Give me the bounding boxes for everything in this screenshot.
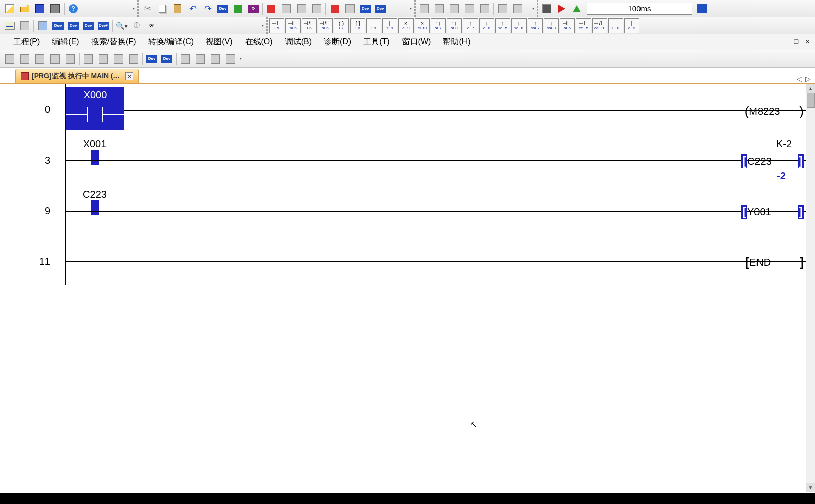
- op2-button[interactable]: [96, 52, 110, 66]
- chart1-button[interactable]: [496, 2, 510, 16]
- fkey-aF9[interactable]: |aF9: [624, 18, 639, 33]
- copy-button[interactable]: [155, 2, 169, 16]
- fkey-F9[interactable]: —F9: [366, 18, 381, 33]
- dev-convert-button[interactable]: Dev: [216, 2, 230, 16]
- fkey-aF8[interactable]: ↓aF8: [479, 18, 494, 33]
- output-coil-m8223[interactable]: ( M8223 ): [745, 104, 804, 119]
- toolbar-overflow-3[interactable]: ▾: [531, 6, 536, 11]
- ladder-canvas[interactable]: 0 3 9 11 X000 ( M8223 ) X001 K-2 [ C223 …: [0, 84, 806, 492]
- monitor-button[interactable]: [328, 2, 342, 16]
- contact-x000-selected[interactable]: X000: [66, 87, 124, 130]
- scroll-up[interactable]: ▲: [806, 84, 815, 93]
- op4-button[interactable]: [127, 52, 141, 66]
- dev-op2-button[interactable]: Dev: [160, 52, 174, 66]
- fkey-F10[interactable]: —F10: [608, 18, 623, 33]
- vertical-scrollbar[interactable]: ▲ ▼: [806, 84, 815, 492]
- dev-mon1-button[interactable]: Dev: [358, 2, 372, 16]
- write-plc-button[interactable]: [264, 2, 278, 16]
- menu-window[interactable]: 窗口(W): [396, 35, 437, 49]
- zoom-button[interactable]: [417, 2, 431, 16]
- delete-row-button[interactable]: [18, 52, 32, 66]
- fkey-saF7[interactable]: ↑saF7: [528, 18, 543, 33]
- mdi-close[interactable]: ✕: [803, 38, 812, 46]
- output-end[interactable]: [ END ]: [745, 255, 804, 269]
- ladder-mode-button[interactable]: [3, 19, 17, 33]
- info-button[interactable]: ⓘ: [130, 19, 144, 33]
- op1-button[interactable]: [81, 52, 95, 66]
- fkey-saF5[interactable]: ↑saF5: [495, 18, 510, 33]
- remote-button[interactable]: [310, 2, 324, 16]
- op3-button[interactable]: [111, 52, 126, 66]
- read-plc-button[interactable]: [279, 2, 294, 16]
- dev-op1-button[interactable]: Dev: [145, 52, 159, 66]
- toggle-button[interactable]: [447, 2, 461, 16]
- tab-prev[interactable]: ◁: [797, 75, 802, 83]
- block-button[interactable]: [63, 52, 77, 66]
- fkey-aF5[interactable]: ⊣⊢aF5: [560, 18, 575, 33]
- dev3-button[interactable]: Dev: [81, 19, 95, 33]
- menu-debug[interactable]: 调试(B): [279, 35, 318, 49]
- tab-next[interactable]: ▷: [805, 75, 811, 83]
- menu-project[interactable]: 工程(P): [7, 35, 46, 49]
- output-counter-c223[interactable]: [ C223 ]: [741, 154, 804, 168]
- menu-diagnose[interactable]: 诊断(D): [318, 35, 357, 49]
- menu-online[interactable]: 在线(O): [239, 35, 279, 49]
- paste-button[interactable]: [170, 2, 185, 16]
- toolbar-overflow-4[interactable]: ▾: [260, 23, 265, 28]
- menu-convert[interactable]: 转换/编译(C): [142, 35, 200, 49]
- redo-button[interactable]: ↷: [201, 2, 215, 16]
- grid-button[interactable]: [432, 2, 446, 16]
- menu-edit[interactable]: 编辑(E): [46, 35, 85, 49]
- tab-close-button[interactable]: ×: [125, 72, 133, 80]
- warn-button[interactable]: [570, 2, 584, 16]
- op8-button[interactable]: [223, 52, 238, 66]
- trace-button[interactable]: [540, 2, 554, 16]
- dev-mon2-button[interactable]: Dev: [373, 2, 387, 16]
- tab-main-prg[interactable]: [PRG]监视 执行中 MAIN (... ×: [15, 69, 139, 83]
- watch-button[interactable]: [343, 2, 357, 16]
- ladder-editor[interactable]: 0 3 9 11 X000 ( M8223 ) X001 K-2 [ C223 …: [0, 84, 815, 492]
- fkey-F7[interactable]: ( )F7: [334, 18, 349, 33]
- fkey-caF5[interactable]: ⊣⊢caF5: [576, 18, 591, 33]
- mdi-minimize[interactable]: —: [781, 38, 790, 46]
- open-button[interactable]: [18, 2, 32, 16]
- fkey-sF7[interactable]: ↑↓sF7: [431, 18, 446, 33]
- toolbar-overflow-5[interactable]: ▾: [238, 56, 243, 61]
- cut-button[interactable]: ✂: [140, 2, 154, 16]
- output-coil-y001[interactable]: [ Y001 ]: [741, 205, 804, 219]
- fkey-sF6[interactable]: ⊣/⊢sF6: [318, 18, 333, 33]
- menu-tools[interactable]: 工具(T): [357, 35, 395, 49]
- verify-button[interactable]: [295, 2, 309, 16]
- fkey-sF9[interactable]: |sF9: [382, 18, 397, 33]
- binoc-button[interactable]: 👁: [145, 19, 159, 33]
- save-button[interactable]: [33, 2, 47, 16]
- undo-button[interactable]: ↶: [186, 2, 200, 16]
- fkey-cF10[interactable]: ×cF10: [415, 18, 430, 33]
- fkey-saF6[interactable]: ↓saF6: [511, 18, 527, 33]
- print-button[interactable]: [48, 2, 62, 16]
- fkey-cF9[interactable]: ×cF9: [398, 18, 414, 33]
- comment-button[interactable]: [36, 19, 50, 33]
- dev-build-button[interactable]: [231, 2, 245, 16]
- fkey-sF5[interactable]: ⊣⊢sF5: [285, 18, 301, 33]
- new-button[interactable]: [3, 2, 17, 16]
- delete-col-button[interactable]: [48, 52, 62, 66]
- menu-search[interactable]: 搜索/替换(F): [85, 35, 142, 49]
- op6-button[interactable]: [193, 52, 207, 66]
- op5-button[interactable]: [178, 52, 192, 66]
- insert-row-button[interactable]: [3, 52, 17, 66]
- mdi-maximize[interactable]: ❐: [792, 38, 801, 46]
- fkey-sF8[interactable]: ↑↓sF8: [447, 18, 462, 33]
- nav-left-button[interactable]: [462, 2, 477, 16]
- menu-help[interactable]: 帮助(H): [437, 35, 476, 49]
- nav-right-button[interactable]: [478, 2, 492, 16]
- insert-col-button[interactable]: [33, 52, 47, 66]
- op7-button[interactable]: [208, 52, 222, 66]
- dev1-button[interactable]: Dev: [51, 19, 65, 33]
- dev4-button[interactable]: Dev▾: [96, 19, 110, 33]
- fkey-aF7[interactable]: ↑aF7: [463, 18, 478, 33]
- fkey-F6[interactable]: ⊣/⊢F6: [302, 18, 317, 33]
- toolbar-overflow[interactable]: ▾: [131, 6, 136, 11]
- help-button[interactable]: ?: [66, 2, 80, 16]
- scroll-thumb[interactable]: [807, 93, 815, 108]
